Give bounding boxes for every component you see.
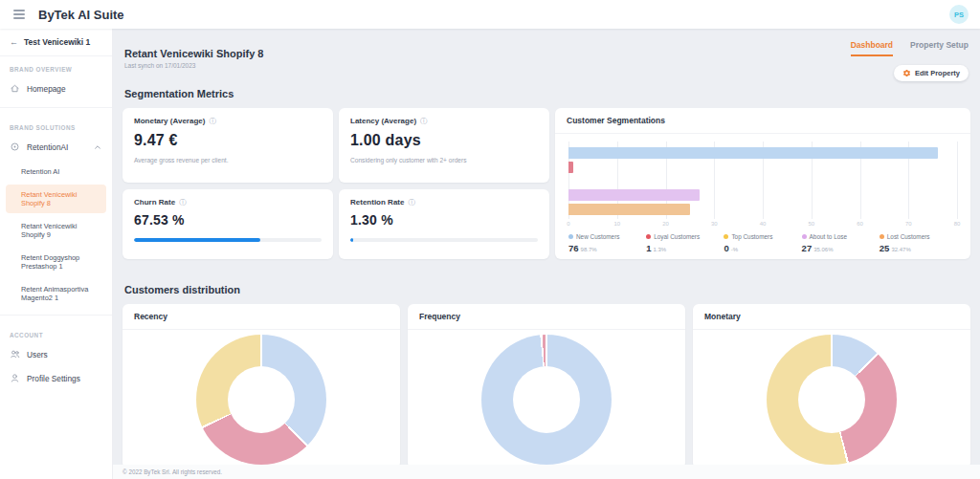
back-to-brand-button[interactable]: ← Test Venicewiki 1 <box>0 29 112 56</box>
legend-category: Lost Customers <box>887 233 930 240</box>
bar-row <box>568 162 957 173</box>
sidebar-item-profile-settings[interactable]: Profile Settings <box>0 366 112 390</box>
sidebar-item-users[interactable]: Users <box>0 342 112 366</box>
main-content: Retant Venicewiki Shopify 8 Last synch o… <box>113 29 980 479</box>
sidebar-subitem[interactable]: Retent Animasportiva Magento2 1 <box>6 279 106 308</box>
footer: © 2022 ByTek Srl. All rights reserved. <box>113 465 980 479</box>
app-title: ByTek AI Suite <box>38 8 124 22</box>
legend-value: 11.3% <box>646 243 724 253</box>
legend-percent: 35.06% <box>813 247 833 252</box>
users-icon <box>10 349 20 359</box>
brand-name: Test Venicewiki 1 <box>24 37 90 47</box>
retentionai-subitems: Retention AIRetant Venicewiki Shopify 8R… <box>0 162 112 308</box>
back-arrow-icon: ← <box>10 38 18 47</box>
legend-dot <box>646 234 651 239</box>
chart-legend: New Customers7698.7%Loyal Customers11.3%… <box>568 233 957 255</box>
copyright-text: © 2022 ByTek Srl. All rights reserved. <box>122 468 222 475</box>
avatar[interactable]: PS <box>949 5 969 24</box>
gear-icon <box>902 69 911 77</box>
x-tick-label: 50 <box>808 221 814 227</box>
top-app-bar: ByTek AI Suite PS <box>0 0 980 29</box>
retention-progress-bar <box>350 238 538 242</box>
sidebar-subitem[interactable]: Retant Venicewiki Shopify 8 <box>6 185 106 213</box>
home-icon <box>10 83 20 94</box>
recency-donut-chart <box>196 335 326 465</box>
page-header: Retant Venicewiki Shopify 8 Last synch o… <box>122 29 970 86</box>
module-icon <box>10 142 20 152</box>
customer-segmentations-card: Customer Segmentations 01020304050607080… <box>555 108 970 259</box>
sidebar-item-homepage[interactable]: Homepage <box>0 76 112 100</box>
x-tick-label: 40 <box>760 221 767 227</box>
edit-property-button[interactable]: Edit Property <box>894 65 969 81</box>
legend-item[interactable]: Top Customers0-% <box>724 233 801 253</box>
bar-new-customers <box>568 147 938 159</box>
metric-title: Retention Rate <box>350 198 404 207</box>
churn-progress-fill <box>134 238 260 242</box>
edit-property-label: Edit Property <box>915 69 960 77</box>
bar-about-to-lose <box>568 189 700 201</box>
last-sync-text: Last synch on 17/01/2023 <box>124 62 264 69</box>
metric-subtitle: Considering only customer with 2+ orders <box>350 157 538 163</box>
distribution-section-heading: Customers distribution <box>124 284 969 295</box>
legend-percent: -% <box>731 247 738 252</box>
sidebar-item-label: RetentionAI <box>27 142 68 152</box>
x-axis: 01020304050607080 <box>568 221 957 229</box>
chart-title: Frequency <box>408 304 685 330</box>
x-tick-label: 60 <box>857 221 863 227</box>
metric-title: Churn Rate <box>134 198 175 207</box>
legend-item[interactable]: Loyal Customers11.3% <box>646 233 724 253</box>
legend-item[interactable]: Lost Customers2532.47% <box>880 233 957 253</box>
section-label-brand-overview: BRAND OVERVIEW <box>0 56 112 76</box>
bar-row <box>568 204 957 215</box>
info-icon[interactable]: ⓘ <box>179 199 187 207</box>
legend-item[interactable]: About to Lose2735.06% <box>802 233 880 253</box>
legend-item[interactable]: New Customers7698.7% <box>568 233 646 253</box>
info-icon[interactable]: ⓘ <box>408 199 415 207</box>
metric-value: 1.30 % <box>350 212 538 228</box>
tab-dashboard[interactable]: Dashboard <box>851 40 893 56</box>
chart-title: Customer Segmentations <box>555 108 970 134</box>
donut-hole <box>513 366 581 434</box>
menu-icon[interactable] <box>13 10 25 19</box>
distribution-grid: Recency Frequency Monetary <box>122 304 970 468</box>
legend-dot <box>880 234 884 239</box>
legend-value: 2532.47% <box>880 243 957 253</box>
sidebar-subitem[interactable]: Retent Doggyshop Prestashop 1 <box>6 248 106 276</box>
bar-lost-customers <box>568 204 690 215</box>
metric-title: Latency (Average) <box>350 117 416 125</box>
bar-rows <box>568 147 957 215</box>
x-tick-label: 70 <box>905 221 912 227</box>
x-tick-label: 30 <box>711 221 718 227</box>
legend-value: 2735.06% <box>802 243 880 253</box>
info-icon[interactable]: ⓘ <box>420 118 428 125</box>
x-tick-label: 80 <box>954 221 961 227</box>
sidebar-subitem[interactable]: Retant Venicewiki Shopify 9 <box>6 216 106 245</box>
divider <box>0 107 112 108</box>
sidebar-item-retentionai[interactable]: RetentionAI <box>0 135 112 159</box>
tab-property-setup[interactable]: Property Setup <box>910 40 969 56</box>
legend-label: Loyal Customers <box>646 233 724 240</box>
churn-progress-bar <box>134 238 322 242</box>
sidebar: ← Test Venicewiki 1 BRAND OVERVIEW Homep… <box>0 29 113 479</box>
metric-value: 1.00 days <box>350 132 538 149</box>
bar-row <box>568 189 957 201</box>
divider <box>0 315 112 316</box>
donut-hole <box>228 366 296 434</box>
app-window: ByTek AI Suite PS ← Test Venicewiki 1 BR… <box>0 0 980 479</box>
legend-label: Top Customers <box>724 233 801 240</box>
info-icon[interactable]: ⓘ <box>209 118 216 125</box>
tab-bar: Dashboard Property Setup <box>851 40 969 56</box>
frequency-donut-chart <box>481 335 612 465</box>
monetary-donut-chart <box>767 335 897 465</box>
legend-value: 0-% <box>724 243 801 253</box>
x-tick-label: 0 <box>567 221 569 227</box>
bar-loyal-customers <box>568 162 573 173</box>
metric-title: Monetary (Average) <box>134 117 205 125</box>
retention-rate-card: Retention Rate ⓘ 1.30 % <box>339 189 549 259</box>
legend-category: New Customers <box>576 233 619 240</box>
metric-subtitle: Average gross revenue per client. <box>134 157 322 163</box>
sidebar-subitem[interactable]: Retention AI <box>6 162 106 182</box>
legend-value: 7698.7% <box>568 243 646 253</box>
sidebar-item-label: Users <box>27 350 48 359</box>
profile-icon <box>10 373 20 383</box>
